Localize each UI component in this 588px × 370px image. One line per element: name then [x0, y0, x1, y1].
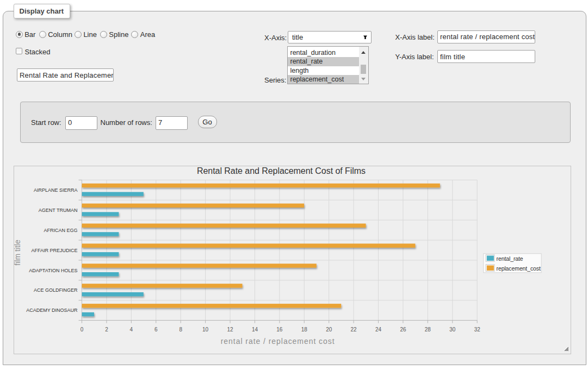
svg-text:32: 32	[474, 327, 480, 333]
svg-text:ACE GOLDFINGER: ACE GOLDFINGER	[33, 287, 77, 293]
svg-text:6: 6	[154, 327, 157, 333]
svg-text:26: 26	[400, 327, 406, 333]
svg-text:AIRPLANE SIERRA: AIRPLANE SIERRA	[33, 187, 77, 193]
svg-text:14: 14	[251, 327, 258, 333]
svg-text:18: 18	[301, 327, 307, 333]
svg-text:2: 2	[105, 327, 108, 333]
svg-text:AFRICAN EGG: AFRICAN EGG	[44, 228, 77, 233]
svg-text:8: 8	[179, 327, 182, 333]
svg-text:30: 30	[449, 327, 456, 333]
svg-text:AFFAIR PREJUDICE: AFFAIR PREJUDICE	[31, 248, 77, 253]
svg-text:rental rate / replacement cost: rental rate / replacement cost	[220, 337, 335, 346]
svg-text:28: 28	[424, 327, 431, 333]
svg-text:ACADEMY DINOSAUR: ACADEMY DINOSAUR	[26, 308, 78, 313]
svg-text:ADAPTATION HOLES: ADAPTATION HOLES	[29, 268, 77, 273]
svg-text:AGENT TRUMAN: AGENT TRUMAN	[38, 208, 77, 213]
svg-text:10: 10	[202, 327, 209, 333]
svg-text:12: 12	[227, 327, 233, 333]
svg-text:Rental Rate and Replacement Co: Rental Rate and Replacement Cost of Film…	[196, 166, 365, 175]
svg-text:16: 16	[276, 327, 283, 333]
svg-text:film title: film title	[14, 240, 22, 266]
svg-text:rental_rate: rental_rate	[496, 255, 523, 262]
svg-text:4: 4	[129, 327, 133, 333]
svg-text:20: 20	[326, 327, 332, 333]
svg-text:22: 22	[350, 327, 357, 333]
svg-text:replacement_cost: replacement_cost	[496, 265, 540, 272]
svg-text:0: 0	[80, 327, 83, 333]
svg-text:24: 24	[375, 327, 381, 333]
